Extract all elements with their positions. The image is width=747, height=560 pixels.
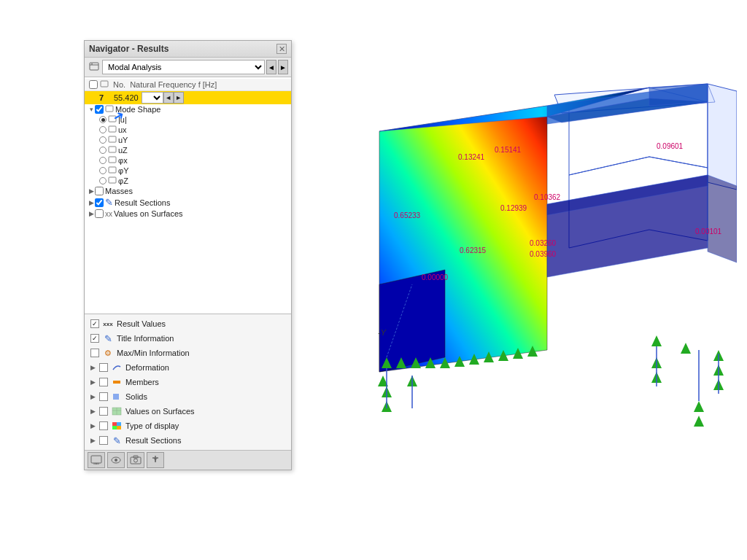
solids-checkbox[interactable] [99, 392, 108, 401]
camera-btn[interactable] [127, 452, 144, 468]
nav-prev-button[interactable]: ◄ [266, 60, 276, 74]
masses-row[interactable]: ▶ Masses [85, 186, 291, 196]
mode-prev-btn[interactable]: ◄ [163, 92, 174, 104]
type-of-display-row[interactable]: ▶ Type of display [85, 419, 291, 433]
radio-phiy[interactable] [99, 167, 107, 174]
value-label-3: 0.09601 [657, 142, 683, 150]
svg-rect-8 [109, 147, 116, 152]
solids-expand[interactable]: ▶ [90, 393, 98, 400]
svg-rect-2 [91, 63, 93, 65]
svg-rect-7 [109, 136, 116, 142]
deformation-expand[interactable]: ▶ [90, 364, 98, 371]
value-label-8: 0.00101 [695, 228, 721, 236]
mode-phix-label: φx [118, 156, 128, 165]
structure-svg: -Y [299, 44, 737, 525]
mode-uy-row[interactable]: uY [85, 135, 291, 145]
radio-uz[interactable] [99, 147, 107, 154]
title-info-checkbox[interactable] [90, 334, 99, 343]
mode-uz-label: uZ [118, 146, 128, 155]
solids-label: Solids [125, 392, 147, 401]
value-label-9: 0.62315 [460, 246, 486, 254]
title-information-label: Title Information [117, 334, 174, 343]
svg-marker-31 [154, 458, 157, 462]
nav-next-button[interactable]: ► [278, 60, 288, 74]
maxmin-information-label: Max/Min Information [117, 349, 190, 357]
result-sections-expand[interactable]: ▶ [88, 199, 95, 206]
values-on-surfaces-row[interactable]: ▶ xx Values on Surfaces [85, 209, 291, 219]
header-col1: No. [113, 80, 125, 89]
radio-uy[interactable] [99, 136, 107, 144]
radio-phix[interactable] [99, 157, 107, 164]
values-on-surfaces-bottom-checkbox[interactable] [99, 407, 108, 416]
result-sections-bottom-label: Result Sections [125, 436, 181, 445]
type-of-display-expand[interactable]: ▶ [90, 422, 98, 429]
panel-close-button[interactable]: ✕ [276, 44, 287, 54]
svg-rect-3 [101, 81, 108, 87]
header-checkbox[interactable] [89, 80, 98, 89]
mode-ux-label: ux [118, 125, 127, 134]
header-col2: Natural Frequency f [Hz] [130, 80, 217, 89]
svg-rect-18 [117, 422, 121, 426]
tree-header: No. Natural Frequency f [Hz] [85, 79, 291, 91]
svg-marker-41 [649, 84, 708, 106]
masses-checkbox[interactable] [95, 187, 104, 195]
solids-row[interactable]: ▶ Solids [85, 389, 291, 404]
masses-expand[interactable]: ▶ [88, 187, 95, 195]
maxmin-info-icon: ⚙ [102, 347, 114, 359]
type-of-display-label: Type of display [125, 421, 179, 430]
values-on-surfaces-expand[interactable]: ▶ [88, 210, 95, 217]
mode-shape-expand[interactable]: ▾ [88, 106, 95, 113]
svg-rect-20 [117, 426, 121, 429]
mode-next-btn[interactable]: ► [174, 92, 184, 104]
values-on-surfaces-label: Values on Surfaces [114, 209, 183, 218]
result-values-row[interactable]: xxx Result Values [85, 316, 291, 331]
members-expand[interactable]: ▶ [90, 378, 98, 386]
analysis-dropdown[interactable]: Modal Analysis [102, 60, 265, 74]
result-values-checkbox[interactable] [90, 319, 99, 328]
result-sections-bottom-row[interactable]: ▶ ✎ Result Sections [85, 433, 291, 448]
radio-phiz[interactable] [99, 177, 107, 184]
mode-uz-row[interactable]: uZ [85, 145, 291, 155]
values-on-surfaces-bottom-expand[interactable]: ▶ [90, 408, 98, 415]
eye-btn[interactable] [107, 452, 125, 468]
radio-ux[interactable] [99, 126, 107, 133]
values-on-surfaces-bottom-row[interactable]: ▶ Values on Surfaces [85, 404, 291, 419]
mode-select[interactable] [142, 92, 163, 104]
value-label-6: 0.12939 [500, 204, 527, 212]
result-sections-checkbox[interactable] [95, 198, 104, 207]
deformation-checkbox[interactable] [99, 363, 108, 372]
svg-point-27 [134, 459, 138, 462]
mode-phiz-row[interactable]: φZ [85, 176, 291, 186]
mode-ux-row[interactable]: ux [85, 125, 291, 135]
mode-shape-checkbox[interactable] [95, 105, 104, 114]
members-checkbox[interactable] [99, 378, 108, 386]
deformation-row[interactable]: ▶ Deformation [85, 360, 291, 375]
title-info-icon: ✎ [102, 332, 114, 344]
type-of-display-checkbox[interactable] [99, 421, 108, 430]
maxmin-information-row[interactable]: ⚙ Max/Min Information [85, 346, 291, 360]
pin-btn[interactable] [147, 452, 164, 468]
svg-rect-17 [112, 422, 117, 426]
result-sections-label: Result Sections [115, 198, 170, 207]
frequency-value: 55.420 [114, 93, 139, 102]
members-row[interactable]: ▶ Members [85, 375, 291, 389]
masses-label: Masses [105, 187, 133, 195]
svg-rect-0 [90, 63, 98, 70]
result-sections-bottom-expand[interactable]: ▶ [90, 437, 98, 444]
values-on-surfaces-checkbox[interactable] [95, 209, 104, 218]
members-label: Members [125, 378, 159, 386]
mode-phiy-row[interactable]: φY [85, 166, 291, 176]
viz-area: -Y 0.13241 0.15141 0.09601 0.65233 0.000… [299, 44, 737, 525]
value-label-10: 0.03260 [530, 239, 556, 247]
svg-point-25 [115, 459, 117, 462]
svg-marker-45 [708, 175, 737, 262]
result-sections-bottom-checkbox[interactable] [99, 436, 108, 445]
svg-marker-36 [708, 84, 737, 190]
mode-phix-row[interactable]: φx [85, 155, 291, 166]
display-btn[interactable] [88, 452, 105, 468]
radio-u-abs[interactable] [99, 116, 107, 123]
maxmin-info-checkbox[interactable] [90, 349, 99, 357]
title-information-row[interactable]: ✎ Title Information [85, 331, 291, 346]
selected-frequency-row[interactable]: 7 55.420 ◄ ► [85, 91, 291, 104]
result-sections-row[interactable]: ▶ ✎ Result Sections [85, 196, 291, 209]
